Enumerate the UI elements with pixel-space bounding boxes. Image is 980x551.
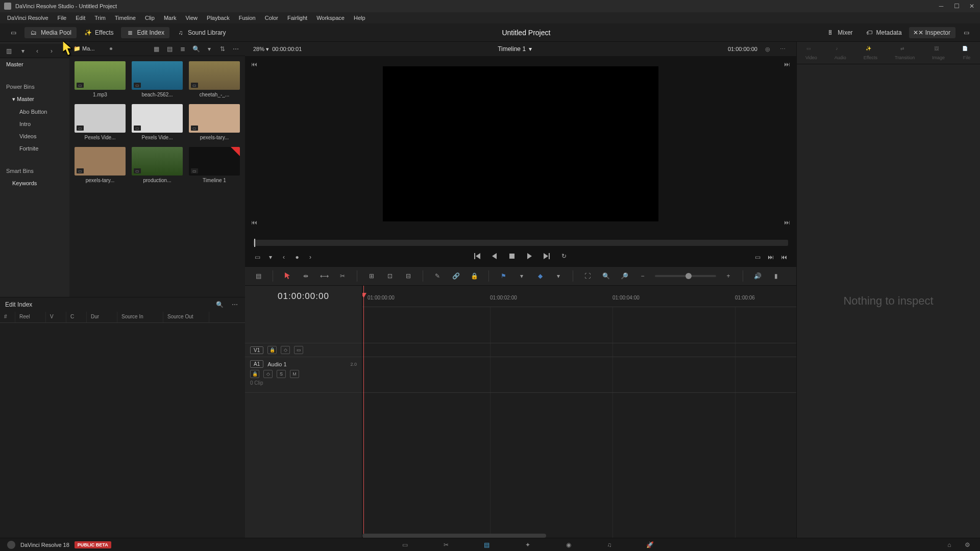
prev-edit-button[interactable]: ⏮ [779,252,789,262]
dim-button[interactable]: ▮ [770,270,782,282]
media-page-button[interactable]: ▭ [400,540,410,550]
single-viewer-button[interactable]: ▭ [752,252,763,262]
selection-tool[interactable] [281,270,293,282]
blade-tool[interactable]: ✂ [336,270,349,282]
viewer-options[interactable]: ⋯ [778,44,788,54]
edit-index-toggle[interactable]: ≣Edit Index [121,27,169,38]
insert-clip-button[interactable]: ⊞ [365,270,378,282]
fusion-page-button[interactable]: ✦ [523,540,533,550]
menu-playback[interactable]: Playback [203,14,234,22]
a1-solo[interactable]: S [277,370,286,378]
a1-lane[interactable] [362,357,796,393]
bin-forward[interactable]: › [46,45,57,57]
strip-view-button[interactable]: ▤ [164,44,175,54]
lock-button[interactable]: 🔒 [468,270,480,282]
timeline-scrollbar[interactable] [362,534,546,538]
maximize-button[interactable]: ☐ [952,2,961,10]
search-dropdown[interactable]: ▾ [204,44,214,54]
zoom-in-button[interactable]: + [722,270,734,282]
media-pool-toggle[interactable]: 🗂Media Pool [24,27,77,38]
media-clip[interactable]: ▭pexels-tary... [189,104,240,143]
bin-abo-button[interactable]: Abo Button [0,106,69,118]
next-edit-button[interactable]: ⏭ [766,252,776,262]
media-clip[interactable]: ▭Timeline 1 [189,147,240,186]
edit-index-col[interactable]: Reel [15,312,46,322]
color-page-button[interactable]: ◉ [564,540,574,550]
v1-enable[interactable]: ▭ [294,346,303,354]
menu-edit[interactable]: Edit [71,14,89,22]
flag-dropdown[interactable]: ▾ [516,270,528,282]
bin-dropdown[interactable]: ▾ [17,45,29,57]
media-clip[interactable]: ▭production... [132,147,183,186]
menu-file[interactable]: File [54,14,71,22]
monitor-volume-icon[interactable]: 🔊 [751,270,764,282]
smart-bins-header[interactable]: Smart Bins [0,165,69,177]
viewer-zoom[interactable]: 28% [253,46,264,52]
inspector-tab-file[interactable]: 📄File [962,46,971,60]
stop-button[interactable] [507,251,517,261]
a1-auto-select[interactable]: ◇ [263,370,273,378]
bin-videos[interactable]: Videos [0,130,69,142]
marker-button[interactable]: ◆ [534,270,546,282]
v1-auto-select[interactable]: ◇ [281,346,290,354]
edit-index-col[interactable]: C [66,312,87,322]
search-icon[interactable]: 🔍 [191,44,201,54]
panel-expand-button[interactable]: ▭ [958,27,976,38]
menu-mark[interactable]: Mark [160,14,180,22]
bin-back[interactable]: ‹ [32,45,43,57]
tracks-canvas[interactable]: 01:00:00:00 01:00:02:00 01:00:04:00 01:0… [362,286,796,538]
zoom-slider[interactable] [655,275,716,277]
media-options-button[interactable]: ⋯ [231,44,241,54]
smart-bin-keywords[interactable]: Keywords [0,177,69,189]
snapping-button[interactable]: ✎ [431,270,444,282]
media-clip[interactable]: ▭cheetah_-_... [189,61,240,100]
fullscreen-button[interactable]: ▭ [4,27,22,38]
link-button[interactable]: 🔗 [450,270,462,282]
zoom-full-button[interactable]: ⛶ [581,270,594,282]
v1-lane[interactable] [362,343,796,357]
menu-fairlight[interactable]: Fairlight [283,14,311,22]
menu-fusion[interactable]: Fusion [235,14,260,22]
playhead[interactable] [363,286,364,538]
menu-trim[interactable]: Trim [90,14,110,22]
custom-zoom-button[interactable]: 🔎 [618,270,630,282]
sound-library-toggle[interactable]: ♫Sound Library [172,27,231,38]
inspector-toggle[interactable]: ✕✕Inspector [909,27,955,38]
deliver-page-button[interactable]: 🚀 [645,540,655,550]
menu-color[interactable]: Color [261,14,282,22]
go-end-button[interactable] [542,251,552,261]
power-bin-master[interactable]: ▾ Master [0,93,69,106]
timeline-ruler[interactable]: 01:00:00:00 01:00:02:00 01:00:04:00 01:0… [362,286,796,307]
timeline-view-options[interactable]: ▤ [252,270,264,282]
zoom-out-button[interactable]: − [636,270,649,282]
menu-davinci-resolve[interactable]: DaVinci Resolve [3,14,53,22]
bin-master[interactable]: Master [0,58,69,70]
v1-tag[interactable]: V1 [250,346,263,354]
flag-button[interactable]: ⚑ [497,270,509,282]
edit-index-search-icon[interactable]: 🔍 [214,299,225,310]
detail-zoom-button[interactable]: 🔍 [600,270,612,282]
power-bins-header[interactable]: Power Bins [0,81,69,93]
menu-help[interactable]: Help [350,14,370,22]
bin-fortnite[interactable]: Fortnite [0,142,69,155]
metadata-toggle[interactable]: 🏷Metadata [860,27,907,38]
video-track-header[interactable]: V1 🔒 ◇ ▭ [245,343,362,357]
inspector-tab-effects[interactable]: ✨Effects [864,46,877,60]
media-clip[interactable]: ▭pexels-tary... [75,147,126,186]
fairlight-page-button[interactable]: ♫ [604,540,615,550]
edit-index-col[interactable]: Source In [117,312,163,322]
edit-index-col[interactable]: V [46,312,66,322]
overwrite-clip-button[interactable]: ⊡ [384,270,396,282]
menu-view[interactable]: View [181,14,202,22]
replace-clip-button[interactable]: ⊟ [402,270,414,282]
bin-list-toggle[interactable]: ▥ [3,45,14,57]
marker-dropdown[interactable]: ▾ [552,270,565,282]
cut-page-button[interactable]: ✂ [441,540,451,550]
v1-lock-icon[interactable]: 🔒 [267,346,277,354]
edit-index-options[interactable]: ⋯ [230,299,240,310]
media-clip[interactable]: ▭Pexels Vide... [132,104,183,143]
timeline-name[interactable]: Timeline 1 [498,45,526,53]
menu-workspace[interactable]: Workspace [312,14,349,22]
edit-index-col[interactable]: Source Out [163,312,209,322]
edit-page-button[interactable]: ▤ [482,540,492,550]
